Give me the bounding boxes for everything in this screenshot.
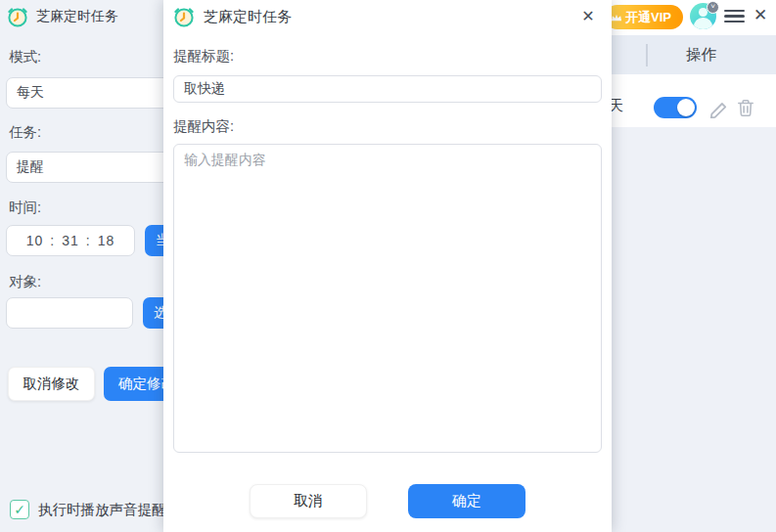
task-list-background	[587, 127, 776, 532]
app-logo-alarm-icon	[7, 6, 28, 27]
dialog-title: 芝麻定时任务	[204, 8, 292, 26]
app-title: 芝麻定时任务	[36, 8, 118, 25]
target-input[interactable]	[6, 297, 133, 329]
open-vip-label: 开通VIP	[625, 9, 671, 26]
dialog-alarm-icon	[173, 6, 195, 27]
sound-checkbox[interactable]: ✓	[10, 500, 29, 519]
reminder-title-label: 提醒标题:	[173, 47, 234, 66]
edit-pencil-icon[interactable]	[708, 99, 728, 118]
dialog-cancel-button[interactable]: 取消	[250, 484, 367, 518]
left-titlebar: 芝麻定时任务	[0, 0, 163, 32]
time-hours: 10	[26, 233, 44, 248]
delete-trash-icon[interactable]	[736, 98, 755, 117]
time-colon: :	[86, 233, 91, 248]
task-list-header	[587, 35, 776, 74]
dialog-close-icon[interactable]: ✕	[577, 6, 599, 27]
target-label: 对象:	[9, 273, 41, 291]
time-seconds: 18	[98, 233, 115, 248]
check-icon: ✓	[14, 502, 25, 517]
task-select[interactable]: 提醒	[6, 152, 174, 183]
reminder-content-label: 提醒内容:	[173, 117, 234, 136]
header-column-divider	[646, 44, 648, 66]
crown-icon	[611, 13, 622, 22]
action-column-header: 操作	[686, 45, 716, 66]
dialog-titlebar: 芝麻定时任务 ✕	[163, 0, 612, 33]
task-select-value: 提醒	[17, 158, 44, 176]
time-input[interactable]: 10 : 31 : 18	[6, 225, 135, 256]
sound-checkbox-label: 执行时播放声音提醒	[38, 501, 166, 519]
open-vip-button[interactable]: 开通VIP	[605, 5, 683, 29]
menu-icon[interactable]	[724, 10, 745, 22]
reminder-title-input[interactable]	[173, 75, 602, 103]
sound-checkbox-row: ✓ 执行时播放声音提醒	[10, 500, 166, 519]
time-minutes: 31	[62, 233, 79, 248]
mode-select-value: 每天	[17, 84, 44, 102]
dialog-confirm-button[interactable]: 确定	[408, 484, 525, 518]
window-close-icon[interactable]: ✕	[749, 4, 772, 27]
reminder-dialog: 芝麻定时任务 ✕ 提醒标题: 提醒内容: 取消 确定	[163, 0, 612, 532]
mode-label: 模式:	[9, 48, 41, 66]
task-edit-panel: 芝麻定时任务 模式: 每天 任务: 提醒 时间: 10 : 31 : 18 当 …	[0, 0, 163, 532]
task-enabled-toggle[interactable]	[654, 97, 697, 118]
reminder-content-textarea[interactable]	[173, 144, 602, 453]
time-colon: :	[50, 233, 55, 248]
task-label: 任务:	[9, 123, 41, 142]
app-window: 芝麻定时任务 模式: 每天 任务: 提醒 时间: 10 : 31 : 18 当 …	[0, 0, 776, 532]
avatar-dropdown-badge[interactable]: ˅	[707, 1, 719, 14]
cancel-edit-button[interactable]: 取消修改	[8, 367, 95, 401]
mode-select[interactable]: 每天	[6, 77, 174, 109]
time-label: 时间:	[9, 199, 41, 217]
